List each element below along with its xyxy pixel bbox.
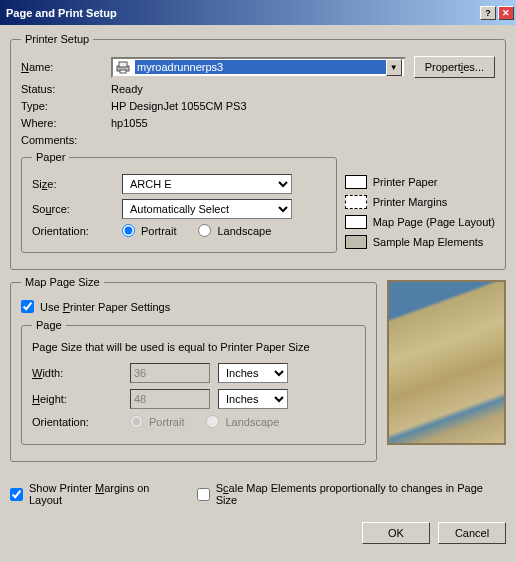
status-label: Status: <box>21 83 111 95</box>
paper-legend: Paper <box>32 151 69 163</box>
paper-orientation-label: Orientation: <box>32 225 122 237</box>
height-input <box>130 389 210 409</box>
svg-rect-2 <box>120 70 126 73</box>
map-page-size-group: Map Page Size Use Printer Paper Settings… <box>10 276 377 462</box>
height-unit-select[interactable]: Inches <box>218 389 288 409</box>
sample-elements-swatch <box>345 235 367 249</box>
use-printer-settings-label: Use Printer Paper Settings <box>40 301 170 313</box>
page-orientation-label: Orientation: <box>32 416 122 428</box>
svg-rect-1 <box>119 62 127 67</box>
size-label: Size: <box>32 178 122 190</box>
page-group: Page Page Size that will be used is equa… <box>21 319 366 445</box>
paper-size-select[interactable]: ARCH E <box>122 174 292 194</box>
dropdown-icon: ▼ <box>386 59 402 76</box>
printer-setup-legend: Printer Setup <box>21 33 93 45</box>
where-value: hp1055 <box>111 117 495 129</box>
map-preview <box>387 280 506 445</box>
printer-name-select[interactable]: myroadrunnerps3 ▼ <box>111 57 406 78</box>
printer-margins-label: Printer Margins <box>373 196 448 208</box>
map-page-label: Map Page (Page Layout) <box>373 216 495 228</box>
printer-paper-label: Printer Paper <box>373 176 438 188</box>
cancel-button[interactable]: Cancel <box>438 522 506 544</box>
scale-elements-checkbox[interactable]: Scale Map Elements proportionally to cha… <box>197 482 506 506</box>
paper-portrait-radio[interactable]: Portrait <box>122 224 176 237</box>
height-label: Height: <box>32 393 122 405</box>
map-page-size-legend: Map Page Size <box>21 276 104 288</box>
show-margins-checkbox[interactable]: Show Printer Margins on Layout <box>10 482 185 506</box>
page-legend: Page <box>32 319 66 331</box>
page-info: Page Size that will be used is equal to … <box>32 341 355 353</box>
ok-button[interactable]: OK <box>362 522 430 544</box>
properties-button[interactable]: Properties... <box>414 56 495 78</box>
paper-group: Paper Size: ARCH E Source: Automatically… <box>21 151 337 253</box>
printer-paper-swatch <box>345 175 367 189</box>
source-label: Source: <box>32 203 122 215</box>
help-button[interactable]: ? <box>480 6 496 20</box>
printer-icon <box>115 60 131 74</box>
printer-margins-swatch <box>345 195 367 209</box>
titlebar: Page and Print Setup ? ✕ <box>0 0 516 25</box>
map-page-swatch <box>345 215 367 229</box>
use-printer-settings-checkbox[interactable] <box>21 300 34 313</box>
page-landscape-radio: Landscape <box>206 415 279 428</box>
width-unit-select[interactable]: Inches <box>218 363 288 383</box>
printer-name-value: myroadrunnerps3 <box>135 60 386 74</box>
sample-elements-label: Sample Map Elements <box>373 236 484 248</box>
width-label: Width: <box>32 367 122 379</box>
printer-setup-group: Printer Setup Name: myroadrunnerps3 ▼ Pr… <box>10 33 506 270</box>
type-label: Type: <box>21 100 111 112</box>
close-button[interactable]: ✕ <box>498 6 514 20</box>
window-title: Page and Print Setup <box>6 7 478 19</box>
type-value: HP DesignJet 1055CM PS3 <box>111 100 495 112</box>
page-portrait-radio: Portrait <box>130 415 184 428</box>
where-label: Where: <box>21 117 111 129</box>
status-value: Ready <box>111 83 495 95</box>
legend-box: Printer Paper Printer Margins Map Page (… <box>345 169 495 255</box>
width-input <box>130 363 210 383</box>
comments-label: Comments: <box>21 134 111 146</box>
window-body: Printer Setup Name: myroadrunnerps3 ▼ Pr… <box>0 25 516 552</box>
name-label: Name: <box>21 61 111 73</box>
paper-landscape-radio[interactable]: Landscape <box>198 224 271 237</box>
paper-source-select[interactable]: Automatically Select <box>122 199 292 219</box>
